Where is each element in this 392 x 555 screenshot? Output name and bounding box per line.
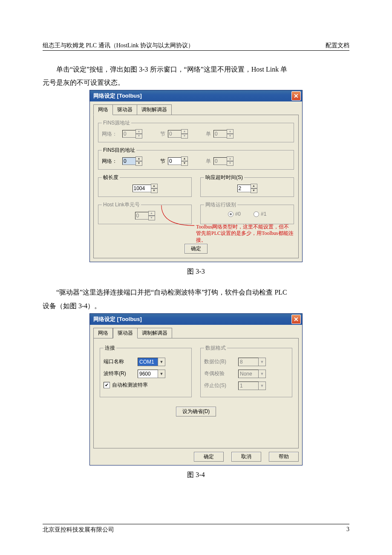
input-timeout[interactable]: [237, 185, 251, 192]
spin-src-network: ▲▼: [122, 129, 142, 139]
titlebar[interactable]: 网络设定 [Toolbus] ✕: [90, 90, 302, 101]
label-stop-bits: 停止位(S): [204, 382, 234, 389]
ok-button[interactable]: 确定: [194, 452, 224, 462]
dropdown-baud-rate[interactable]: ▼: [138, 370, 165, 378]
label-parity: 奇偶校验: [204, 370, 234, 377]
annotation-text: Toolbus网络类型时，这里不能设置，但不管先前PLC设置的是多少，用Tool…: [196, 224, 294, 244]
fieldset-connection: 连接 端口名称 ▼ 波特率(R) ▼: [100, 344, 192, 397]
close-icon[interactable]: ✕: [291, 91, 301, 101]
paragraph-2b: 设备（如图 3-4）。: [43, 300, 349, 312]
label-unit: 单: [206, 158, 211, 165]
chevron-down-icon: ▼: [259, 370, 266, 378]
fieldset-fins-source: FINS源地址 网络： ▲▼ 节 ▲▼: [98, 119, 294, 142]
paragraph-2a: “驱动器”这里选择连接端口并把“自动检测波特率”打钩，软件会自动检查 PLC: [43, 286, 349, 298]
legend-connection: 连接: [104, 344, 116, 352]
tabstrip: 网络 驱动器 调制解调器: [90, 325, 302, 338]
legend-fins-source: FINS源地址: [102, 119, 131, 127]
spin-frame-length[interactable]: ▲▼: [133, 184, 158, 193]
ok-button[interactable]: 确定: [184, 244, 208, 254]
label-data-bits: 数据位(B): [204, 358, 234, 365]
caption-figure-3-4: 图 3-4: [43, 471, 349, 480]
paragraph-1a: 单击“设定”按钮，弹出如图 3-3 所示窗口，“网络”这里不用设置，Host L…: [43, 64, 349, 75]
input-dst-network[interactable]: [122, 157, 136, 165]
label-node: 节: [160, 158, 165, 165]
tab-modem[interactable]: 调制解调器: [137, 104, 172, 115]
input-parity: [238, 370, 259, 378]
legend-data-format: 数据格式: [204, 344, 227, 352]
fieldset-network-level: 网络运行级别 #0 #1: [200, 201, 294, 224]
cancel-button[interactable]: 取消: [231, 452, 261, 462]
set-default-button[interactable]: 设为确省(D): [176, 407, 216, 416]
dropdown-parity: ▼: [238, 370, 266, 378]
input-dst-unit: [213, 157, 227, 165]
footer-page-number: 3: [346, 526, 349, 534]
spin-timeout[interactable]: ▲▼: [237, 184, 257, 193]
fieldset-frame-length: 帧长度 ▲▼: [98, 174, 192, 197]
input-port-name[interactable]: [138, 358, 158, 366]
input-hostlink-unit: [135, 212, 149, 220]
spin-src-node: ▲▼: [168, 129, 188, 139]
tab-body-driver: 连接 端口名称 ▼ 波特率(R) ▼: [93, 338, 299, 448]
input-dst-node[interactable]: [168, 157, 182, 165]
header-right: 配置文档: [326, 42, 349, 49]
input-src-node: [168, 130, 182, 138]
spin-src-unit: ▲▼: [213, 129, 233, 139]
help-button[interactable]: 帮助: [269, 452, 299, 462]
legend-timeout: 响应超时时间(S): [204, 174, 244, 181]
fieldset-timeout: 响应超时时间(S) ▲▼: [200, 174, 294, 197]
legend-network-level: 网络运行级别: [204, 201, 237, 208]
spin-dst-unit: ▲▼: [213, 156, 233, 166]
legend-frame-length: 帧长度: [102, 174, 120, 181]
tab-modem[interactable]: 调制解调器: [138, 328, 172, 338]
label-network: 网络：: [102, 158, 120, 165]
close-icon[interactable]: ✕: [291, 315, 301, 324]
legend-hostlink-unit: Host Link单元号: [102, 201, 141, 208]
label-baud-rate: 波特率(R): [104, 370, 133, 377]
label-unit: 单: [206, 130, 211, 138]
input-src-unit: [213, 130, 227, 138]
tabstrip: 网络 驱动器 调制解调器: [90, 101, 302, 115]
chevron-down-icon[interactable]: ▼: [158, 370, 165, 378]
titlebar[interactable]: 网络设定 [Toolbus] ✕: [90, 314, 302, 325]
tab-body-network: FINS源地址 网络： ▲▼ 节 ▲▼: [93, 115, 299, 258]
dialog-network-settings-1: 网络设定 [Toolbus] ✕ 网络 驱动器 调制解调器 FINS源地址 网络…: [89, 90, 303, 262]
dropdown-data-bits: ▼: [238, 358, 266, 366]
header-left: 组态王与欧姆龙 PLC 通讯（HostLink 协议与以太网协议）: [43, 42, 194, 49]
dialog-title: 网络设定 [Toolbus]: [93, 92, 291, 100]
check-icon: ✔: [104, 382, 110, 388]
spin-dst-node[interactable]: ▲▼: [168, 156, 188, 166]
footer-left: 北京亚控科技发展有限公司: [43, 526, 114, 534]
tab-driver[interactable]: 驱动器: [113, 328, 138, 338]
label-network: 网络：: [102, 130, 120, 138]
paragraph-1b: 元号是灰的不可设置状态。: [43, 77, 349, 88]
input-frame-length[interactable]: [133, 185, 151, 192]
fieldset-data-format: 数据格式 数据位(B) ▼ 奇偶校验 ▼: [200, 344, 292, 397]
legend-fins-dest: FINS目的地址: [102, 147, 136, 154]
page-header: 组态王与欧姆龙 PLC 通讯（HostLink 协议与以太网协议） 配置文档: [43, 42, 349, 51]
input-src-network: [122, 130, 136, 138]
checkbox-auto-detect-baud[interactable]: ✔ 自动检测波特率: [104, 382, 148, 389]
spin-dst-network[interactable]: ▲▼: [122, 156, 142, 166]
dialog-button-bar: 确定 取消 帮助: [90, 452, 302, 465]
caption-figure-3-3: 图 3-3: [43, 267, 349, 276]
tab-driver[interactable]: 驱动器: [113, 104, 137, 115]
fieldset-fins-dest: FINS目的地址 网络： ▲▼ 节 ▲▼: [98, 147, 294, 170]
radio-level-0: #0: [228, 211, 241, 217]
page-footer: 北京亚控科技发展有限公司 3: [43, 524, 349, 534]
chevron-down-icon: ▼: [259, 382, 266, 390]
dialog-title: 网络设定 [Toolbus]: [93, 315, 291, 323]
radio-level-1: #1: [254, 211, 266, 217]
input-baud-rate[interactable]: [138, 370, 158, 378]
dropdown-port-name[interactable]: ▼: [138, 358, 165, 366]
chevron-down-icon: ▼: [259, 358, 266, 366]
dialog-network-settings-2: 网络设定 [Toolbus] ✕ 网络 驱动器 调制解调器 连接 端口名称: [89, 313, 303, 465]
tab-network[interactable]: 网络: [93, 104, 113, 115]
input-stop-bits: [238, 382, 259, 390]
chevron-down-icon[interactable]: ▼: [158, 358, 165, 366]
label-node: 节: [160, 130, 165, 138]
tab-network[interactable]: 网络: [93, 328, 113, 338]
label-auto-detect-baud: 自动检测波特率: [112, 382, 148, 389]
spin-hostlink-unit: ▲▼: [135, 211, 155, 220]
dropdown-stop-bits: ▼: [238, 382, 266, 390]
fieldset-hostlink-unit: Host Link单元号 ▲▼: [98, 201, 192, 224]
